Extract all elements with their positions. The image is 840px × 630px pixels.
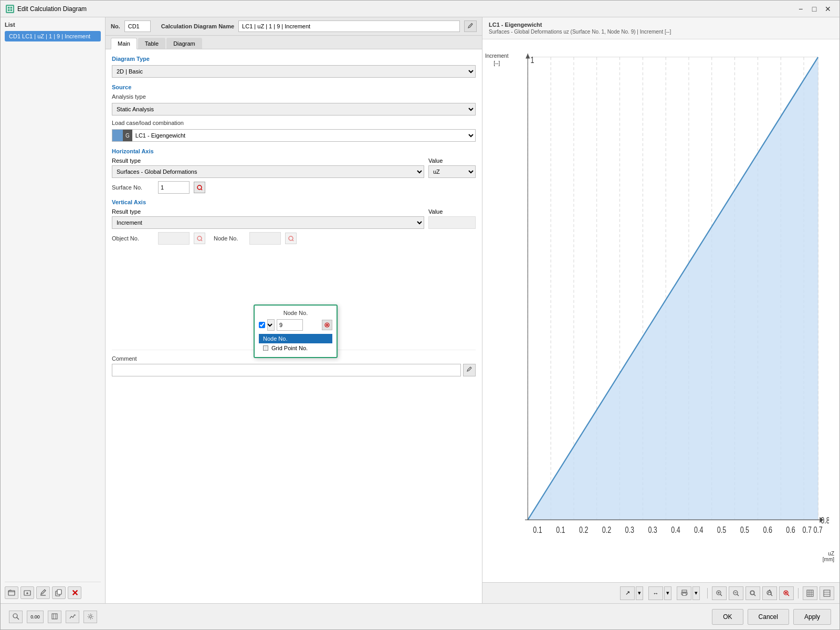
- v-node-input: [249, 232, 281, 245]
- name-label: Calculation Diagram Name: [161, 23, 234, 29]
- footer-search-button[interactable]: [9, 611, 23, 623]
- svg-text:0.7: 0.7: [813, 525, 822, 534]
- load-case-label: Load case/load combination: [112, 120, 196, 126]
- node-x-button[interactable]: [322, 320, 332, 330]
- svg-line-68: [754, 594, 755, 596]
- svg-text:0.6: 0.6: [786, 525, 795, 534]
- apply-button[interactable]: Apply: [793, 609, 831, 625]
- diagram-header: LC1 - Eigengewicht Surfaces - Global Def…: [482, 17, 839, 39]
- lc-badge: G: [123, 130, 132, 141]
- toolbar-sep2: [798, 588, 799, 598]
- print-group: ▾: [677, 586, 700, 600]
- rename-button[interactable]: [36, 586, 50, 599]
- svg-line-74: [788, 594, 789, 596]
- delete-button[interactable]: ✕: [68, 586, 81, 599]
- v-node-pick-button[interactable]: [285, 233, 297, 244]
- node-dropdown-small[interactable]: ▾: [267, 319, 275, 331]
- surface-no-input[interactable]: [158, 181, 190, 194]
- svg-point-17: [289, 236, 293, 240]
- comment-input[interactable]: [112, 364, 461, 376]
- list-item-active[interactable]: CD1 LC1 | uZ | 1 | 9 | Increment: [5, 31, 101, 41]
- svg-line-18: [292, 240, 293, 241]
- titlebar: Edit Calculation Diagram − □ ✕: [1, 1, 839, 17]
- print-dropdown[interactable]: ▾: [692, 586, 700, 600]
- zoom-window-button[interactable]: [746, 586, 760, 600]
- tab-table[interactable]: Table: [138, 38, 165, 49]
- name-field: Calculation Diagram Name: [161, 20, 477, 32]
- surface-pick-button[interactable]: [194, 182, 205, 193]
- cursor-dropdown[interactable]: ▾: [636, 586, 643, 600]
- chart-area: Increment[--] uZ[mm]: [482, 39, 839, 582]
- svg-line-16: [201, 240, 202, 241]
- footer-mode-button[interactable]: [48, 611, 61, 623]
- tab-main[interactable]: Main: [111, 38, 137, 49]
- node-popup-title: Node No.: [259, 310, 332, 316]
- no-label: No.: [111, 23, 120, 29]
- comment-edit-button[interactable]: [463, 364, 476, 376]
- cancel-button[interactable]: Cancel: [748, 609, 789, 625]
- svg-text:0.8: 0.8: [821, 516, 829, 525]
- app-icon: [6, 5, 14, 13]
- node-menu-node[interactable]: Node No.: [259, 334, 332, 343]
- diagram-type-header: Diagram Type: [112, 56, 476, 62]
- footer-settings-button[interactable]: [83, 611, 97, 623]
- add-folder-button[interactable]: [5, 586, 18, 599]
- lc-dropdown[interactable]: ▾: [465, 132, 475, 139]
- x-axis-label: uZ[mm]: [823, 551, 834, 562]
- analysis-type-select[interactable]: Static Analysis: [112, 103, 476, 116]
- svg-text:1: 1: [531, 55, 534, 65]
- v-object-pick-button[interactable]: [194, 233, 205, 244]
- v-value-wrap: Value: [428, 208, 476, 229]
- v-result-type-select[interactable]: Increment: [112, 216, 424, 229]
- value-select[interactable]: uZ: [428, 165, 476, 178]
- fit-h-button[interactable]: ↔: [648, 586, 663, 600]
- close-button[interactable]: ✕: [822, 4, 834, 14]
- svg-text:0.7: 0.7: [803, 525, 812, 534]
- footer-count-button[interactable]: 0.00: [27, 611, 44, 623]
- zoom-sel-button[interactable]: A: [762, 586, 777, 600]
- svg-point-85: [13, 614, 17, 618]
- view-tree-button[interactable]: [820, 586, 834, 600]
- node-no-input[interactable]: [277, 319, 303, 331]
- analysis-type-label: Analysis type: [112, 93, 196, 100]
- result-type-select[interactable]: Surfaces - Global Deformations: [112, 165, 424, 178]
- y-axis-label: Increment[--]: [485, 52, 508, 67]
- no-input[interactable]: [124, 20, 151, 32]
- minimize-button[interactable]: −: [794, 4, 807, 14]
- v-value-label: Value: [428, 208, 476, 215]
- ok-button[interactable]: OK: [712, 609, 743, 625]
- result-type-label: Result type: [112, 158, 424, 164]
- svg-text:0.2: 0.2: [602, 525, 611, 534]
- node-menu-grid[interactable]: Grid Point No.: [259, 343, 332, 353]
- svg-rect-82: [824, 590, 830, 596]
- value-label: Value: [428, 158, 476, 164]
- svg-text:0.3: 0.3: [648, 525, 657, 534]
- svg-rect-9: [57, 590, 61, 594]
- diagram-type-select[interactable]: 2D | Basic: [112, 65, 476, 78]
- name-edit-button[interactable]: [464, 20, 477, 32]
- view-table-button[interactable]: [803, 586, 817, 600]
- cursor-button[interactable]: ↗: [620, 586, 635, 600]
- zoom-reset-button[interactable]: [779, 586, 794, 600]
- maximize-button[interactable]: □: [808, 4, 821, 14]
- add-button[interactable]: [20, 586, 34, 599]
- svg-marker-40: [526, 54, 530, 59]
- fit-dropdown[interactable]: ▾: [664, 586, 671, 600]
- print-button[interactable]: [677, 586, 691, 600]
- name-input[interactable]: [238, 20, 460, 32]
- svg-line-61: [720, 594, 722, 596]
- footer-diagram-button[interactable]: [66, 611, 79, 623]
- node-check[interactable]: [259, 322, 265, 328]
- tab-diagram[interactable]: Diagram: [166, 38, 202, 49]
- right-panel: LC1 - Eigengewicht Surfaces - Global Def…: [482, 17, 839, 603]
- svg-text:0.4: 0.4: [694, 525, 703, 534]
- copy-button[interactable]: [52, 586, 66, 599]
- footer: 0.00 OK Cancel Apply: [1, 603, 839, 629]
- surface-no-label: Surface No.: [112, 184, 154, 191]
- v-value-disabled: [428, 216, 476, 229]
- main-window: Edit Calculation Diagram − □ ✕ List CD1 …: [0, 0, 840, 630]
- node-popup: Node No. ▾ Node No. Grid Poin: [254, 304, 338, 358]
- zoom-out-button[interactable]: [729, 586, 743, 600]
- svg-line-11: [201, 189, 202, 190]
- zoom-in-button[interactable]: [712, 586, 727, 600]
